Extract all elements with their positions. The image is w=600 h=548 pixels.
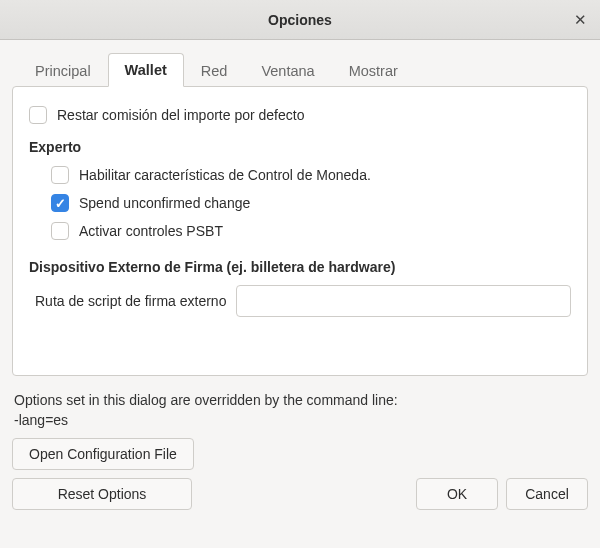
row-script-path: Ruta de script de firma externo [35,285,571,317]
label-coin-control: Habilitar características de Control de … [79,167,371,183]
label-psbt-controls: Activar controles PSBT [79,223,223,239]
row-subtract-fee[interactable]: Restar comisión del importe por defecto [29,101,571,129]
row-psbt-controls[interactable]: Activar controles PSBT [51,217,571,245]
button-row-2: Reset Options OK Cancel [12,478,588,510]
heading-expert: Experto [29,139,571,155]
checkbox-psbt-controls[interactable] [51,222,69,240]
button-row-1: Open Configuration File [12,438,588,470]
open-config-button[interactable]: Open Configuration File [12,438,194,470]
close-icon[interactable]: ✕ [570,10,590,30]
dialog-content: Principal Wallet Red Ventana Mostrar Res… [0,40,600,376]
reset-options-button[interactable]: Reset Options [12,478,192,510]
checkbox-coin-control[interactable] [51,166,69,184]
titlebar: Opciones ✕ [0,0,600,40]
override-value: -lang=es [14,412,586,428]
footer: Options set in this dialog are overridde… [0,376,600,522]
label-subtract-fee: Restar comisión del importe por defecto [57,107,304,123]
row-spend-unconfirmed[interactable]: Spend unconfirmed change [51,189,571,217]
cancel-button[interactable]: Cancel [506,478,588,510]
tab-wallet[interactable]: Wallet [108,53,184,87]
override-note: Options set in this dialog are overridde… [14,392,586,408]
tab-red[interactable]: Red [184,54,245,87]
tab-principal[interactable]: Principal [18,54,108,87]
wallet-panel: Restar comisión del importe por defecto … [12,86,588,376]
window-title: Opciones [268,12,332,28]
checkbox-spend-unconfirmed[interactable] [51,194,69,212]
tab-ventana[interactable]: Ventana [244,54,331,87]
tabs-row: Principal Wallet Red Ventana Mostrar [12,52,588,86]
checkbox-subtract-fee[interactable] [29,106,47,124]
label-script-path: Ruta de script de firma externo [35,293,226,309]
row-coin-control[interactable]: Habilitar características de Control de … [51,161,571,189]
heading-external-signer: Dispositivo Externo de Firma (ej. billet… [29,259,571,275]
tab-mostrar[interactable]: Mostrar [332,54,415,87]
ok-button[interactable]: OK [416,478,498,510]
label-spend-unconfirmed: Spend unconfirmed change [79,195,250,211]
input-script-path[interactable] [236,285,571,317]
